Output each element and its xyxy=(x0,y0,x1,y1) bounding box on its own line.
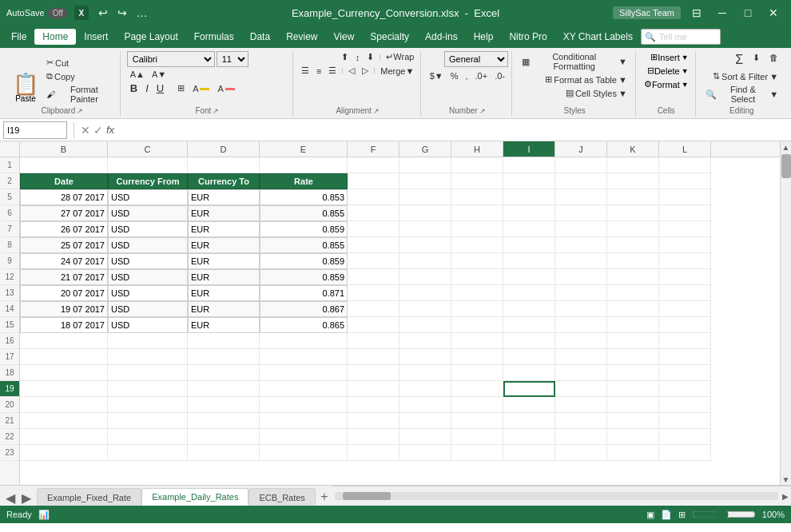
paste-button[interactable]: 📋 Paste xyxy=(10,72,42,105)
cell-d14[interactable]: EUR xyxy=(188,301,260,317)
cell-l2[interactable] xyxy=(659,173,711,189)
cell-i19[interactable] xyxy=(503,381,555,397)
cell-d23[interactable] xyxy=(188,445,260,461)
redo-button[interactable]: ↪ xyxy=(114,5,130,21)
align-top-button[interactable]: ⬆ xyxy=(338,51,352,63)
cell-j18[interactable] xyxy=(555,365,607,381)
cell-l15[interactable] xyxy=(659,317,711,333)
cell-i21[interactable] xyxy=(503,413,555,429)
cell-f15[interactable] xyxy=(348,317,399,333)
cell-k1[interactable] xyxy=(607,157,659,173)
page-layout-icon[interactable]: 📄 xyxy=(661,510,672,520)
italic-button[interactable]: I xyxy=(142,81,152,95)
cell-b22[interactable] xyxy=(20,429,108,445)
format-button[interactable]: ⚙ Format ▼ xyxy=(642,78,691,90)
cell-j5[interactable] xyxy=(555,189,607,205)
menu-data[interactable]: Data xyxy=(242,29,278,45)
cell-g19[interactable] xyxy=(399,381,451,397)
cell-c22[interactable] xyxy=(108,429,188,445)
add-sheet-button[interactable]: + xyxy=(316,488,333,506)
cell-c21[interactable] xyxy=(108,413,188,429)
normal-view-icon[interactable]: ▣ xyxy=(646,510,654,520)
cell-g2[interactable] xyxy=(399,173,451,189)
cell-d20[interactable] xyxy=(188,397,260,413)
cell-l16[interactable] xyxy=(659,333,711,349)
menu-xychart[interactable]: XY Chart Labels xyxy=(555,29,641,45)
cell-i23[interactable] xyxy=(503,445,555,461)
format-painter-button[interactable]: 🖌 Format Painter xyxy=(43,84,115,105)
cell-l19[interactable] xyxy=(659,381,711,397)
cell-d15[interactable]: EUR xyxy=(188,317,260,333)
cell-d7[interactable]: EUR xyxy=(188,221,260,237)
bold-button[interactable]: B xyxy=(127,81,141,95)
cell-g16[interactable] xyxy=(399,333,451,349)
cancel-icon[interactable]: ✕ xyxy=(81,124,90,137)
cell-j13[interactable] xyxy=(555,285,607,301)
cell-i16[interactable] xyxy=(503,333,555,349)
cell-b7[interactable]: 26 07 2017 xyxy=(20,221,108,237)
currency-button[interactable]: $▼ xyxy=(427,70,447,81)
cell-f9[interactable] xyxy=(348,253,399,269)
cell-e13[interactable]: 0.871 xyxy=(260,285,348,301)
cell-j16[interactable] xyxy=(555,333,607,349)
cell-h1[interactable] xyxy=(451,157,503,173)
minimize-button[interactable]: ─ xyxy=(711,5,733,21)
cell-b21[interactable] xyxy=(20,413,108,429)
cell-h23[interactable] xyxy=(451,445,503,461)
cell-g17[interactable] xyxy=(399,349,451,365)
cell-e19[interactable] xyxy=(260,381,348,397)
cell-c8[interactable]: USD xyxy=(108,237,188,253)
font-expand-icon[interactable]: ↗ xyxy=(213,107,219,115)
cell-k13[interactable] xyxy=(607,285,659,301)
zoom-slider[interactable] xyxy=(692,510,756,519)
menu-view[interactable]: View xyxy=(326,29,363,45)
cell-c18[interactable] xyxy=(108,365,188,381)
cell-g1[interactable] xyxy=(399,157,451,173)
cell-j1[interactable] xyxy=(555,157,607,173)
cell-b13[interactable]: 20 07 2017 xyxy=(20,285,108,301)
cell-l9[interactable] xyxy=(659,253,711,269)
cell-k22[interactable] xyxy=(607,429,659,445)
cell-g9[interactable] xyxy=(399,253,451,269)
cell-l14[interactable] xyxy=(659,301,711,317)
cell-b9[interactable]: 24 07 2017 xyxy=(20,253,108,269)
cell-c9[interactable]: USD xyxy=(108,253,188,269)
menu-help[interactable]: Help xyxy=(466,29,502,45)
clipboard-expand-icon[interactable]: ↗ xyxy=(77,107,83,115)
cell-i12[interactable] xyxy=(503,269,555,285)
cell-k17[interactable] xyxy=(607,349,659,365)
cell-e5[interactable]: 0.853 xyxy=(260,189,348,205)
cell-j15[interactable] xyxy=(555,317,607,333)
cell-h17[interactable] xyxy=(451,349,503,365)
cell-h6[interactable] xyxy=(451,205,503,221)
cell-l6[interactable] xyxy=(659,205,711,221)
menu-nitro[interactable]: Nitro Pro xyxy=(501,29,554,45)
clear-button[interactable]: 🗑 xyxy=(766,51,781,69)
cell-e9[interactable]: 0.859 xyxy=(260,253,348,269)
align-center-button[interactable]: ≡ xyxy=(313,65,324,77)
cell-e15[interactable]: 0.865 xyxy=(260,317,348,333)
delete-button[interactable]: ⊟ Delete ▼ xyxy=(645,65,691,77)
cell-k6[interactable] xyxy=(607,205,659,221)
cell-h12[interactable] xyxy=(451,269,503,285)
cell-e18[interactable] xyxy=(260,365,348,381)
cell-e6[interactable]: 0.855 xyxy=(260,205,348,221)
cell-c20[interactable] xyxy=(108,397,188,413)
cell-j6[interactable] xyxy=(555,205,607,221)
cell-e17[interactable] xyxy=(260,349,348,365)
cell-g7[interactable] xyxy=(399,221,451,237)
cell-d13[interactable]: EUR xyxy=(188,285,260,301)
cell-f22[interactable] xyxy=(348,429,399,445)
cell-h20[interactable] xyxy=(451,397,503,413)
cell-k18[interactable] xyxy=(607,365,659,381)
undo-button[interactable]: ↩ xyxy=(95,5,111,21)
sort-filter-button[interactable]: ⇅ Sort & Filter ▼ xyxy=(710,70,781,82)
indent-inc-button[interactable]: ▷ xyxy=(359,65,372,77)
cell-g14[interactable] xyxy=(399,301,451,317)
cell-c1[interactable] xyxy=(108,157,188,173)
cell-i8[interactable] xyxy=(503,237,555,253)
cell-c7[interactable]: USD xyxy=(108,221,188,237)
font-size-increase-button[interactable]: A▲ xyxy=(127,69,148,80)
cell-l12[interactable] xyxy=(659,269,711,285)
maximize-button[interactable]: □ xyxy=(737,5,759,21)
